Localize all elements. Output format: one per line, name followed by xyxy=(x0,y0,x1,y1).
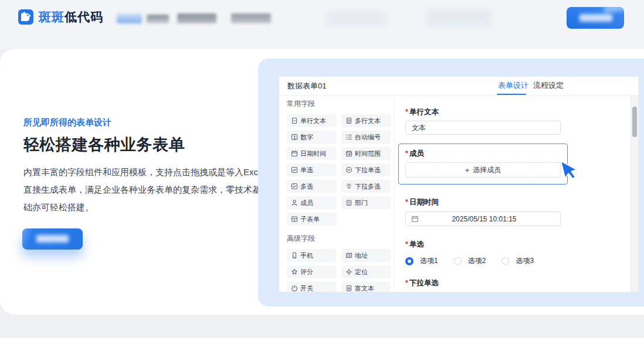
section-title: 常用字段 xyxy=(287,99,390,109)
building-icon xyxy=(345,199,352,206)
select-member-button[interactable]: + 选择成员 xyxy=(405,162,561,177)
field-chip-label: 多选 xyxy=(300,182,313,191)
hero-title: 轻松搭建各种业务表单 xyxy=(23,134,270,155)
datetime-input[interactable]: 2025/05/15 10:01:15 xyxy=(405,211,561,226)
designer-body: 常用字段 单行文本多行文本数字自动编号日期时间时间范围单选下拉单选多选下拉多选成… xyxy=(279,95,638,292)
dropdown-input[interactable]: 选项1 xyxy=(405,292,561,292)
text-input[interactable]: 文本 xyxy=(405,121,561,135)
form-canvas: 单行文本 文本 成员 + 选择成员 日期时间 xyxy=(395,95,631,292)
field-chip-label: 自动编号 xyxy=(355,133,381,142)
field-chip-label: 下拉单选 xyxy=(355,166,381,175)
field-chip-label: 数字 xyxy=(300,133,313,142)
nav-item-blurred-1[interactable] xyxy=(117,13,142,23)
header-cta-blurred-label xyxy=(579,14,612,22)
section-title: 高级字段 xyxy=(287,234,390,244)
radio-unselected-icon[interactable] xyxy=(501,257,509,265)
tab-form-design[interactable]: 表单设计 xyxy=(498,77,528,94)
field-chip-checkbox[interactable]: 单选 xyxy=(287,163,336,176)
phone-icon xyxy=(291,252,298,259)
double-chevron-icon xyxy=(345,183,352,190)
field-chip-building[interactable]: 部门 xyxy=(341,196,391,209)
radio-option-2[interactable]: 选项2 xyxy=(454,256,486,266)
nav-secondary-blurred-2[interactable] xyxy=(426,10,491,26)
person-icon xyxy=(291,199,298,206)
scrollbar-thumb[interactable] xyxy=(632,107,637,137)
multi-line-text-icon xyxy=(345,117,352,124)
field-chip-person[interactable]: 成员 xyxy=(287,196,336,209)
radio-option-label: 选项1 xyxy=(420,256,438,266)
field-chip-label: 下拉多选 xyxy=(355,182,381,191)
field-chip-label: 单行文本 xyxy=(300,117,326,125)
top-navbar: 斑斑低代码 xyxy=(0,0,644,49)
field-member-selected[interactable]: 成员 + 选择成员 xyxy=(398,144,568,185)
nav-item-blurred-4[interactable] xyxy=(231,13,271,23)
field-chip-single-line-text[interactable]: 单行文本 xyxy=(287,114,336,127)
field-panel: 常用字段 单行文本多行文本数字自动编号日期时间时间范围单选下拉单选多选下拉多选成… xyxy=(279,95,395,292)
field-chip-phone[interactable]: 手机 xyxy=(287,249,336,262)
form-title: 数据表单01 xyxy=(287,77,326,95)
field-dropdown-single: 下拉单选 选项1 xyxy=(405,279,631,292)
checkbox-icon xyxy=(291,166,298,173)
subform-icon xyxy=(291,216,298,223)
designer-card: 数据表单01 表单设计 流程设定 常用字段 单行文本多行文本数字自动编号日期时间… xyxy=(279,76,639,292)
multi-check-icon xyxy=(291,183,298,190)
field-grid-advanced: 手机地址评分定位开关富文本 xyxy=(287,249,390,292)
field-chip-calendar-range[interactable]: 时间范围 xyxy=(341,147,391,160)
radio-options: 选项1选项2选项3 xyxy=(405,256,631,266)
field-chip-multi-check[interactable]: 多选 xyxy=(287,180,336,193)
plus-icon: + xyxy=(465,166,470,175)
nav-secondary-blurred-1[interactable] xyxy=(327,11,387,26)
header-cta-highlight xyxy=(604,7,624,13)
field-section-advanced: 高级字段 手机地址评分定位开关富文本 xyxy=(287,234,390,292)
page: 斑斑低代码 所见即所得的表单设计 轻松搭建各种业务表单 内置丰富的字段组件和应用… xyxy=(0,0,644,338)
circle-chevron-icon xyxy=(345,166,352,173)
field-chip-location[interactable]: 定位 xyxy=(341,265,391,278)
field-chip-label: 单选 xyxy=(300,166,313,175)
field-chip-subform[interactable]: 子表单 xyxy=(287,213,336,226)
scrollbar-track[interactable] xyxy=(631,95,638,292)
location-icon xyxy=(345,268,352,275)
field-chip-label: 部门 xyxy=(355,199,368,207)
field-section-common: 常用字段 单行文本多行文本数字自动编号日期时间时间范围单选下拉单选多选下拉多选成… xyxy=(287,99,390,226)
star-icon xyxy=(291,268,298,275)
field-radio: 单选 选项1选项2选项3 xyxy=(405,240,631,266)
datetime-value: 2025/05/15 10:01:15 xyxy=(419,215,560,223)
field-chip-label: 地址 xyxy=(355,251,368,260)
hero-cta-button[interactable] xyxy=(22,228,83,250)
field-chip-label: 定位 xyxy=(355,268,368,276)
field-label: 成员 xyxy=(405,149,561,158)
nav-item-blurred-2[interactable] xyxy=(147,15,169,23)
brand-logo[interactable]: 斑斑低代码 xyxy=(18,9,103,25)
radio-option-3[interactable]: 选项3 xyxy=(501,256,534,266)
hero-paragraph: 内置丰富的字段组件和应用模板，支持点击拖拽或是等入Excel直接生成表单，满足企… xyxy=(23,163,265,216)
calendar-icon xyxy=(291,150,298,157)
tab-flow-settings[interactable]: 流程设定 xyxy=(533,77,564,94)
field-label: 单选 xyxy=(405,240,631,248)
field-chip-calendar[interactable]: 日期时间 xyxy=(287,147,336,160)
radio-unselected-icon[interactable] xyxy=(454,257,462,265)
radio-selected-icon[interactable] xyxy=(405,257,413,265)
map-icon xyxy=(345,252,352,259)
field-chip-label: 富文本 xyxy=(355,284,374,293)
field-chip-map[interactable]: 地址 xyxy=(341,249,391,262)
field-chip-label: 手机 xyxy=(300,251,313,260)
field-chip-star[interactable]: 评分 xyxy=(287,265,336,278)
field-chip-power[interactable]: 开关 xyxy=(287,282,336,292)
hero-copy: 所见即所得的表单设计 轻松搭建各种业务表单 内置丰富的字段组件和应用模板，支持点… xyxy=(23,117,270,216)
hero-cta-blurred-label xyxy=(36,235,69,243)
field-chip-circle-chevron[interactable]: 下拉单选 xyxy=(341,163,391,176)
field-chip-label: 开关 xyxy=(300,284,313,293)
select-member-label: 选择成员 xyxy=(473,165,501,175)
field-chip-rich-text[interactable]: 富文本 xyxy=(341,282,391,292)
rich-text-icon xyxy=(345,285,352,292)
field-chip-label: 成员 xyxy=(300,199,313,207)
nav-item-blurred-3[interactable] xyxy=(177,13,216,23)
field-chip-number[interactable]: 数字 xyxy=(287,131,336,144)
field-chip-auto-number[interactable]: 自动编号 xyxy=(341,131,391,144)
header-cta-button[interactable] xyxy=(567,7,624,29)
radio-option-1[interactable]: 选项1 xyxy=(405,256,438,266)
field-chip-multi-line-text[interactable]: 多行文本 xyxy=(341,114,391,127)
field-label: 日期时间 xyxy=(405,198,631,206)
single-line-text-icon xyxy=(291,117,298,124)
field-chip-double-chevron[interactable]: 下拉多选 xyxy=(341,180,391,193)
